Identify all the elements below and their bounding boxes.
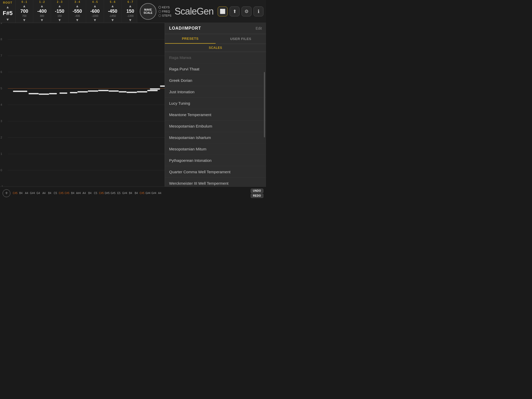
make-scale-btn[interactable]: MAKESCALE	[140, 3, 156, 20]
scale-item-11[interactable]: Werckmeister III Well Temperment	[165, 178, 266, 187]
note-label-21: B4	[134, 191, 139, 195]
scale-item-6[interactable]: Mesopotamian Embulum	[165, 121, 266, 132]
interval-up-6[interactable]: ▲	[128, 4, 132, 8]
radio-steps[interactable]: STEPS	[158, 14, 171, 17]
radio-keys[interactable]: KEYS	[158, 6, 171, 9]
grid-label-8: 8	[1, 38, 2, 41]
interval-up-2[interactable]: ▲	[58, 4, 62, 8]
radio-freq-label: FREQ	[162, 10, 170, 13]
edit-btn[interactable]: Edit	[256, 26, 262, 30]
interval-down-3[interactable]: ▼	[75, 18, 79, 22]
root-label: ROOT	[3, 1, 12, 4]
redo-btn[interactable]: REDO	[251, 194, 263, 198]
scale-item-2[interactable]: Greek Dorian	[165, 75, 266, 86]
interval-col-6: 6→7 ▲ 150 -1300 ▼	[122, 0, 139, 23]
note-labels: C#5B4A4G#4G4A4B4C5C#5C#5B4A#4A4B4C5C#5D#…	[12, 191, 263, 195]
dropdown-panel: LOAD/IMPORT Edit PRESETS USER FILES SCAL…	[165, 23, 266, 187]
interval-up-5[interactable]: ▲	[111, 4, 115, 8]
interval-sub-0: 700	[22, 15, 26, 17]
note-label-22: C#5	[139, 191, 145, 195]
settings-btn[interactable]: ⚙	[242, 6, 251, 16]
interval-down-4[interactable]: ▼	[93, 18, 97, 22]
radio-circle-freq	[158, 10, 161, 13]
interval-sub-3: -400	[75, 15, 80, 17]
grid-label-7: 7	[1, 54, 2, 57]
scale-item-5[interactable]: Meantone Temperament	[165, 109, 266, 121]
scale-item-9[interactable]: Pythagoerean Intonation	[165, 155, 266, 166]
note-label-16: D#5	[104, 191, 110, 195]
radio-freq[interactable]: FREQ	[158, 10, 171, 13]
interval-down-6[interactable]: ▼	[128, 18, 132, 22]
interval-col-1: 1→2 ▲ -400 300 ▼	[33, 0, 51, 23]
add-btn[interactable]: +	[3, 189, 10, 197]
interval-value-0: 700	[20, 9, 28, 14]
note-bar-1	[29, 93, 39, 94]
note-label-9: C#5	[64, 191, 70, 195]
interval-up-4[interactable]: ▲	[93, 4, 97, 8]
note-bar-3	[49, 93, 57, 94]
scales-subtab[interactable]: SCALES	[165, 44, 266, 52]
grid-label-5: 5	[1, 87, 2, 90]
interval-down-2[interactable]: ▼	[58, 18, 62, 22]
note-bar-2	[39, 94, 49, 95]
interval-up-3[interactable]: ▲	[75, 4, 79, 8]
app-title: ScaleGen	[175, 6, 214, 17]
interval-value-5: -450	[108, 9, 117, 14]
root-down-btn[interactable]: ▼	[6, 17, 10, 22]
scale-item-4[interactable]: Lucy Tuning	[165, 98, 266, 109]
note-label-14: C5	[93, 191, 98, 195]
scale-item-10[interactable]: Quarter Comma Well Temperament	[165, 166, 266, 178]
interval-down-0[interactable]: ▼	[22, 18, 26, 22]
note-bar-0	[13, 91, 27, 92]
interval-col-4: 4→5 ▲ -600 -1000 ▼	[86, 0, 104, 23]
interval-value-4: -600	[90, 9, 99, 14]
interval-up-1[interactable]: ▲	[40, 4, 44, 8]
scale-item-1[interactable]: Raga Purvi Thaat	[165, 63, 266, 75]
grid-label-4: 4	[1, 103, 2, 106]
radio-group: KEYS FREQ STEPS	[158, 6, 171, 17]
scale-item-7[interactable]: Mesopotamian Ishartum	[165, 132, 266, 143]
top-bar: ROOT ▲ F#5 ▼ 0→1 ▲ 700 700 ▼ 1→2 ▲ -400 …	[0, 0, 266, 23]
note-label-24: G#4	[151, 191, 157, 195]
note-label-8: C#5	[58, 191, 64, 195]
note-bar-11	[127, 92, 137, 93]
note-label-20: B4	[128, 191, 133, 195]
interval-down-5[interactable]: ▼	[111, 18, 115, 22]
presets-tab[interactable]: PRESETS	[165, 34, 216, 44]
undo-redo: UNDO REDO	[251, 187, 263, 200]
root-section: ROOT ▲ F#5 ▼	[0, 0, 16, 23]
note-label-19: G#4	[122, 191, 128, 195]
interval-label-5: 5→6	[110, 1, 115, 3]
grid-label-0: 0	[1, 169, 2, 172]
note-bar-8	[98, 90, 109, 91]
interval-down-1[interactable]: ▼	[40, 18, 44, 22]
root-up-btn[interactable]: ▲	[6, 5, 10, 9]
note-label-0: C#5	[12, 191, 18, 195]
radio-circle-keys	[158, 6, 161, 9]
note-label-25: A4	[157, 191, 162, 195]
undo-btn[interactable]: UNDO	[251, 189, 263, 193]
interval-value-6: 150	[126, 9, 134, 14]
interval-up-0[interactable]: ▲	[22, 4, 26, 8]
interval-sub-4: -1000	[92, 15, 98, 17]
gear-icon: ⚙	[244, 9, 249, 14]
interval-label-1: 1→2	[39, 1, 45, 3]
interval-value-2: -150	[55, 9, 64, 14]
interval-col-5: 5→6 ▲ -450 -1450 ▼	[104, 0, 122, 23]
info-btn[interactable]: ℹ	[254, 6, 263, 16]
info-icon: ℹ	[258, 9, 260, 14]
note-bar-6	[77, 91, 88, 92]
grid-label-2: 2	[1, 136, 2, 139]
scale-item-3[interactable]: Just Intonation	[165, 86, 266, 98]
export-btn[interactable]: ⬆	[230, 6, 240, 16]
folder-btn[interactable]: ⬜	[218, 6, 228, 16]
dropdown-header: LOAD/IMPORT Edit	[165, 23, 266, 34]
scrollbar-indicator	[264, 72, 265, 137]
scale-list[interactable]: Raga MarwaRaga Purvi ThaatGreek DorianJu…	[165, 52, 266, 187]
interval-value-3: -550	[72, 9, 82, 14]
user-files-tab[interactable]: USER FILES	[216, 34, 266, 44]
scale-item-0[interactable]: Raga Marwa	[165, 52, 266, 63]
scale-item-8[interactable]: Mesopotamian Mitum	[165, 143, 266, 155]
note-label-7: C5	[53, 191, 58, 195]
radio-circle-steps	[158, 14, 161, 17]
